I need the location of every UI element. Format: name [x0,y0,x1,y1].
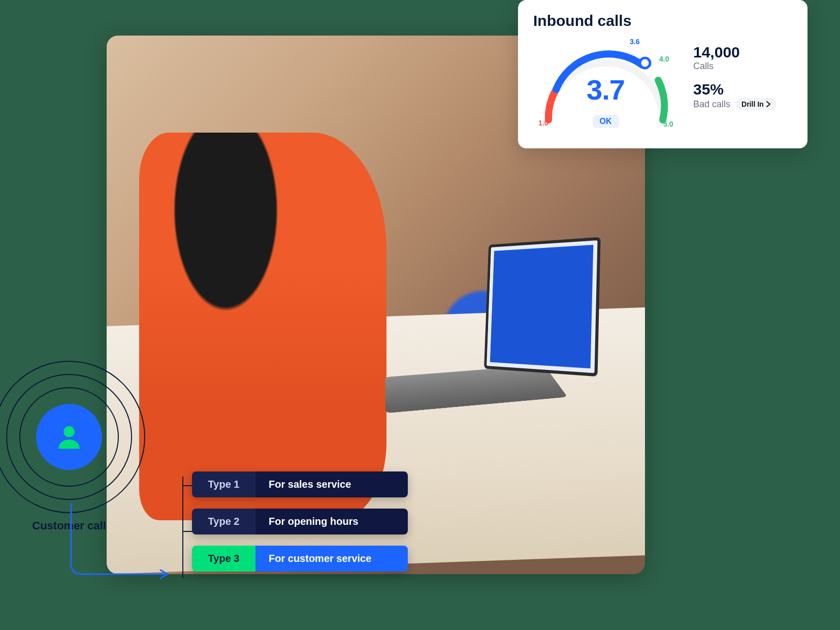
stats-column: 14,000 Calls 35% Bad calls Drill In [693,34,792,110]
call-type-row-active[interactable]: Type 3 For customer service [192,546,408,572]
gauge-value: 3.7 [587,73,625,106]
call-type-label: For customer service [255,546,408,572]
photo-laptop-screen [484,237,601,376]
gauge-tick-3-6: 3.6 [630,38,639,46]
card-title: Inbound calls [533,12,792,29]
calls-value: 14,000 [693,44,792,61]
customer-call-avatar: Customer call [0,361,145,513]
calls-label: Calls [693,61,792,72]
customer-call-label: Customer call [32,519,106,532]
drill-in-button[interactable]: Drill In [736,98,776,110]
call-type-tag: Type 3 [192,546,255,572]
call-type-row[interactable]: Type 1 For sales service [192,471,408,497]
call-type-label: For opening hours [255,509,408,534]
drill-in-label: Drill In [741,100,764,108]
inbound-calls-card: Inbound calls 3.7 OK 1.0 3.6 4.0 5.0 [518,0,807,148]
bad-calls-label: Bad calls [693,99,730,110]
person-icon [53,421,85,453]
gauge-needle-dot [640,58,650,68]
chevron-right-icon [766,101,771,107]
gauge-status-badge: OK [593,115,619,128]
gauge-tick-4-0: 4.0 [659,55,669,63]
gauge-tick-5-0: 5.0 [663,120,673,128]
gauge: 3.7 OK 1.0 3.6 4.0 5.0 [533,34,678,135]
photo-person [139,133,387,520]
avatar-circle [36,404,102,470]
photo-laptop [386,240,602,423]
call-type-label: For sales service [255,471,408,497]
call-type-tag: Type 2 [192,509,255,534]
svg-point-0 [63,426,75,437]
bad-calls-value: 35% [693,81,792,98]
gauge-tick-1-0: 1.0 [538,119,548,127]
call-type-list: Type 1 For sales service Type 2 For open… [192,471,408,572]
call-type-row[interactable]: Type 2 For opening hours [192,509,408,534]
call-type-tag: Type 1 [192,471,255,497]
